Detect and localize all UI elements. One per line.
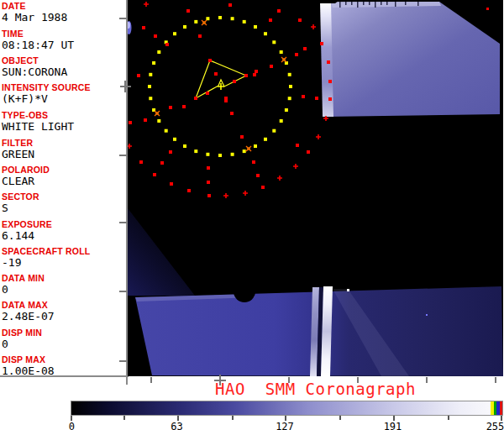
colorbar-tick [448,416,449,420]
metadata-field-filter: FILTERGREEN [2,139,124,160]
colorbar-plot-color-stripe [494,401,496,415]
axis-tick [119,291,127,292]
red-dot [144,118,147,122]
ring-dot [148,85,151,88]
colorbar-tick [123,416,125,420]
ring-dot [149,97,152,100]
red-dot [169,106,172,109]
ring-dot [218,16,222,19]
bright-point [486,8,489,10]
red-dot [244,74,248,77]
red-dot [194,97,197,100]
red-dot [328,80,332,83]
ring-dot [243,20,246,24]
field-label: DATA MAX [2,301,124,310]
metadata-field-date: DATE4 Mar 1988 [2,2,124,24]
axis-tick [119,222,127,223]
field-label: TIME [2,29,124,39]
red-dot [182,105,186,108]
red-dot [253,73,256,76]
red-dot [315,97,318,100]
coronagraph-display: { "sidebar": { "fields": [ {"label":"DAT… [0,0,504,430]
metadata-field-type-obs: TYPE-OBSWHITE LIGHT [2,111,124,133]
ring-dot [254,144,257,148]
red-dot [298,18,302,22]
ring-dot [280,50,283,54]
red-dot [208,59,212,62]
field-value: -19 [2,256,124,269]
ring-dot [194,20,197,24]
red-dot [328,97,332,101]
field-label: DATA MIN [2,274,124,283]
red-dot [233,80,236,83]
bright-point [347,289,349,291]
red-dot [198,34,202,38]
ring-dot [280,119,283,123]
ring-dot [264,138,267,141]
field-value: S [2,202,124,214]
metadata-field-polaroid: POLAROIDCLEAR [2,165,124,187]
red-dot [252,160,255,164]
red-dot [207,181,210,184]
field-value: 0 [2,283,124,296]
sidebar-bottom-rule [0,375,129,377]
field-label: DATE [2,2,124,11]
field-value: 08:18:47 UT [2,39,124,51]
field-value: WHITE LIGHT [2,120,124,133]
red-dot [320,42,323,45]
ring-dot [272,40,276,44]
red-dot [169,150,172,154]
colorbar-tick [339,416,341,420]
red-dot [207,166,210,170]
ring-dot [157,50,160,54]
colorbar-tick-label: 191 [384,421,402,430]
red-dot [327,60,330,64]
colorbar-plot-color-stripe [491,401,494,415]
metadata-sidebar: DATE4 Mar 1988 TIME08:18:47 UT OBJECTSUN… [0,0,126,375]
image-title: HAO SMM Coronagraph [128,380,503,396]
ring-dot [157,119,160,123]
red-dot [256,174,260,177]
red-dot [261,186,265,189]
field-label: DISP MAX [2,355,124,364]
field-value: 6.144 [2,229,124,242]
field-value: 4 Mar 1988 [2,11,124,24]
red-dot [187,189,191,192]
metadata-field-data-max: DATA MAX2.48E-07 [2,301,124,322]
metadata-field-disp-min: DISP MIN0 [2,328,124,350]
red-dot [295,53,298,56]
colorbar-tick-label: 255 [486,421,504,430]
bright-point [426,314,428,316]
colorbar-scale: 063127191255 [71,416,503,430]
ring-dot [288,97,291,100]
red-dot [160,161,164,165]
field-value: SUN:CORONA [2,66,124,78]
axis-tick [119,360,127,362]
ring-dot [218,154,222,157]
ring-dot [288,73,291,76]
ring-dot [173,138,176,141]
field-value: (K+F)*V [2,92,124,105]
ring-dot [264,32,267,35]
red-dot [230,112,234,115]
field-value: GREEN [2,148,124,160]
ring-dot [183,25,186,29]
metadata-field-sector: SECTORS [2,192,124,214]
red-dot [296,144,299,147]
red-dot [302,95,305,98]
colorbar [71,401,503,416]
axis-tick [124,81,126,92]
axis-tick [119,18,127,19]
red-dot [303,47,307,50]
ring-dot [243,149,246,153]
field-value: CLEAR [2,175,124,187]
ring-dot [149,73,152,76]
metadata-field-exposure: EXPOSURE6.144 [2,220,124,242]
colorbar-tick-label: 127 [276,421,294,430]
red-dot [170,182,173,186]
ring-dot [231,17,234,20]
ring-dot [254,25,257,29]
ring-dot [173,32,176,35]
red-dot [129,121,132,124]
ring-dot [289,85,292,88]
